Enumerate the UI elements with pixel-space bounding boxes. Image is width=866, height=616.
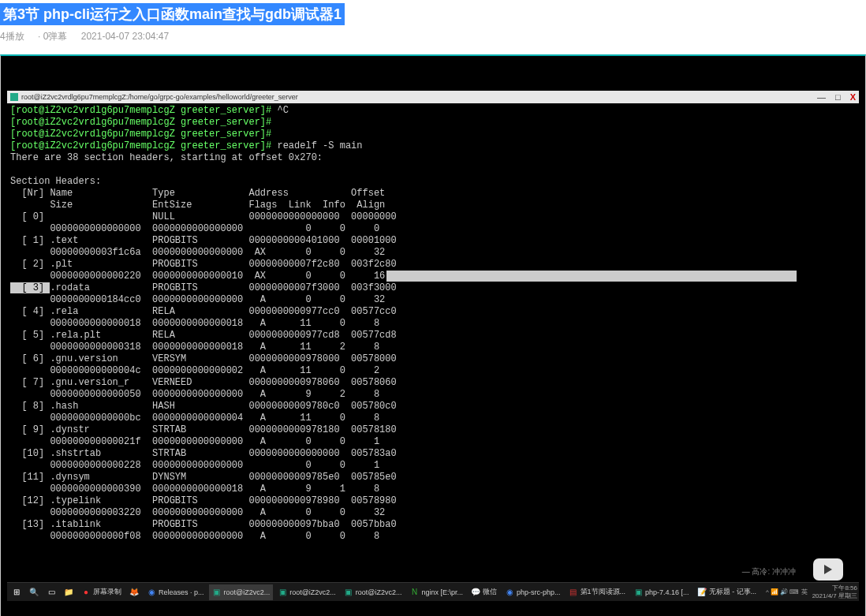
- task-label: 无标题 - 记事...: [709, 587, 757, 597]
- task-label: php-7.4.16 [...: [645, 588, 689, 596]
- taskbar-item[interactable]: 💬微信: [468, 584, 500, 600]
- task-label: root@iZ2vc2...: [356, 588, 402, 596]
- taskbar-item[interactable]: ●屏幕录制: [78, 584, 125, 600]
- close-button[interactable]: X: [850, 92, 856, 102]
- taskbar-item[interactable]: 🔍: [26, 584, 42, 600]
- task-icon: 📝: [697, 588, 707, 597]
- danmaku-text: — 高冷: 冲冲冲: [742, 566, 796, 577]
- taskbar-item[interactable]: ◉php-src-php...: [502, 584, 564, 600]
- task-icon: ▣: [344, 588, 353, 597]
- taskbar-item[interactable]: Nnginx [E:\pr...: [407, 584, 467, 600]
- taskbar-item[interactable]: ▣root@iZ2vc2...: [341, 584, 405, 600]
- play-count: 4播放: [0, 31, 24, 42]
- task-icon: 💬: [471, 588, 480, 597]
- task-icon: ▣: [212, 588, 222, 597]
- upload-time: 2021-04-07 23:04:47: [81, 31, 169, 42]
- task-label: nginx [E:\pr...: [422, 588, 464, 596]
- bilibili-watermark: [813, 558, 843, 581]
- taskbar-item[interactable]: 📝无标题 - 记事...: [694, 584, 760, 600]
- system-tray[interactable]: ^ 📶 🔊 ⌨ 英 下午8:56 2021/4/7 星期三: [766, 584, 857, 600]
- app-icon: [10, 93, 18, 101]
- task-icon: ▣: [633, 588, 643, 597]
- taskbar-item[interactable]: ⊞: [9, 584, 24, 600]
- task-label: 屏幕录制: [93, 587, 121, 597]
- taskbar-clock[interactable]: 下午8:56 2021/4/7 星期三: [812, 584, 857, 600]
- minimize-button[interactable]: —: [817, 92, 826, 102]
- video-meta: 4播放 · 0弹幕 2021-04-07 23:04:47: [0, 30, 866, 43]
- taskbar-item[interactable]: ◉Releases · p...: [144, 584, 207, 600]
- task-icon: 🦊: [129, 588, 139, 597]
- taskbar-item[interactable]: ▣root@iZ2vc2...: [209, 584, 274, 600]
- task-label: root@iZ2vc2...: [289, 588, 336, 596]
- task-icon: ⊞: [12, 588, 21, 597]
- task-icon: N: [410, 588, 420, 597]
- taskbar-item[interactable]: ▣root@iZ2vc2...: [274, 584, 339, 600]
- task-label: 微信: [483, 587, 497, 597]
- terminal-output[interactable]: [root@iZ2vc2vrdlg6pu7memplcgZ greeter_se…: [7, 103, 859, 544]
- taskbar-item[interactable]: ▭: [43, 584, 59, 600]
- video-player[interactable]: root@iZ2vc2vrdlg6pu7memplcgZ:/home/go/gr…: [0, 54, 866, 616]
- task-label: php-src-php...: [517, 588, 561, 596]
- taskbar-item[interactable]: 🦊: [126, 584, 142, 600]
- windows-taskbar[interactable]: ⊞🔍▭📁●屏幕录制🦊◉Releases · p...▣root@iZ2vc2..…: [7, 582, 859, 601]
- taskbar-item[interactable]: ▤第1节阅读源...: [566, 584, 629, 600]
- window-title: root@iZ2vc2vrdlg6pu7memplcgZ:/home/go/gr…: [21, 93, 298, 101]
- task-icon: ◉: [147, 588, 156, 597]
- task-icon: ▤: [569, 588, 578, 597]
- task-label: Releases · p...: [159, 588, 204, 596]
- task-icon: ◉: [505, 588, 514, 597]
- terminal-window: root@iZ2vc2vrdlg6pu7memplcgZ:/home/go/gr…: [7, 91, 859, 599]
- task-icon: ▣: [278, 588, 287, 597]
- maximize-button[interactable]: □: [835, 92, 841, 102]
- tray-icons[interactable]: ^ 📶 🔊 ⌨ 英: [766, 588, 808, 596]
- task-label: root@iZ2vc2...: [224, 588, 271, 596]
- taskbar-item[interactable]: ▣php-7.4.16 [...: [630, 584, 692, 600]
- task-label: 第1节阅读源...: [580, 587, 626, 597]
- window-titlebar[interactable]: root@iZ2vc2vrdlg6pu7memplcgZ:/home/go/gr…: [7, 91, 859, 103]
- task-icon: ●: [81, 588, 91, 597]
- task-icon: 📁: [64, 588, 73, 597]
- video-title: 第3节 php-cli运行之入口函数main查找与gdb调试器1: [0, 3, 345, 25]
- task-icon: ▭: [47, 588, 56, 597]
- danmaku-count: 0弹幕: [43, 31, 68, 42]
- task-icon: 🔍: [29, 588, 39, 597]
- taskbar-item[interactable]: 📁: [61, 584, 77, 600]
